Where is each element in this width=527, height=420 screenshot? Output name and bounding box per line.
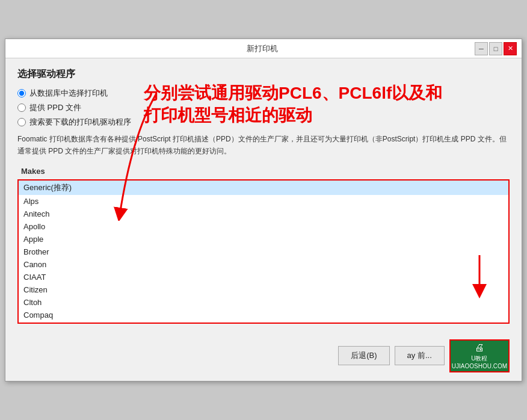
watermark: 🖨 U教程UJIAOOSHOU.COM — [449, 339, 510, 372]
list-item[interactable]: Brother — [19, 246, 508, 258]
list-item[interactable]: Alps — [19, 195, 508, 208]
list-item[interactable]: Generic(推荐) — [19, 181, 508, 195]
section-title: 选择驱动程序 — [17, 68, 510, 81]
window-content: 选择驱动程序 从数据库中选择打印机 提供 PPD 文件 搜索要下载的打印机驱动程… — [5, 58, 522, 333]
radio-ppd-label: 提供 PPD 文件 — [29, 102, 81, 113]
watermark-icon: 🖨 — [452, 342, 507, 354]
watermark-text: U教程UJIAOOSHOU.COM — [452, 354, 507, 370]
list-item[interactable]: Compaq — [19, 309, 508, 321]
radio-ppd[interactable] — [17, 103, 26, 112]
radio-database[interactable] — [17, 89, 26, 97]
radio-search[interactable] — [17, 118, 26, 126]
title-bar: 新打印机 ─ □ ✕ — [5, 39, 522, 58]
list-item[interactable]: Apple — [19, 233, 508, 246]
makes-label: Makes — [17, 164, 510, 178]
radio-database-label: 从数据库中选择打印机 — [29, 88, 108, 99]
minimize-button[interactable]: ─ — [475, 42, 488, 55]
radio-row-1: 从数据库中选择打印机 — [17, 88, 510, 99]
main-window: 新打印机 ─ □ ✕ 选择驱动程序 从数据库中选择打印机 提供 PPD 文件 搜… — [5, 39, 522, 381]
bottom-bar: 后退(B) ay 前... 🖨 U教程UJIAOOSHOU.COM — [5, 333, 522, 381]
radio-group: 从数据库中选择打印机 提供 PPD 文件 搜索要下载的打印机驱动程序 — [17, 88, 510, 128]
window-title: 新打印机 — [50, 43, 475, 54]
close-button[interactable]: ✕ — [504, 42, 517, 55]
radio-search-label: 搜索要下载的打印机驱动程序 — [29, 117, 131, 128]
list-item[interactable]: Cltoh — [19, 296, 508, 309]
radio-row-2: 提供 PPD 文件 — [17, 102, 510, 113]
list-item[interactable]: Apollo — [19, 220, 508, 233]
window-controls: ─ □ ✕ — [475, 42, 517, 55]
list-item[interactable]: Anitech — [19, 208, 508, 220]
makes-list[interactable]: Generic(推荐)AlpsAnitechApolloAppleBrother… — [17, 179, 510, 324]
back-button[interactable]: 后退(B) — [338, 346, 389, 365]
list-item[interactable]: Citizen — [19, 283, 508, 296]
maximize-button[interactable]: □ — [489, 42, 502, 55]
list-wrapper: Makes Generic(推荐)AlpsAnitechApolloAppleB… — [17, 164, 510, 324]
next-button[interactable]: ay 前... — [395, 346, 445, 365]
list-item[interactable]: CIAAT — [19, 271, 508, 283]
description-text: Foomatic 打印机数据库含有各种提供 PostScript 打印机描述（P… — [17, 134, 510, 156]
radio-row-3: 搜索要下载的打印机驱动程序 — [17, 117, 510, 128]
list-item[interactable]: Dai — [19, 321, 508, 324]
list-item[interactable]: Canon — [19, 258, 508, 271]
